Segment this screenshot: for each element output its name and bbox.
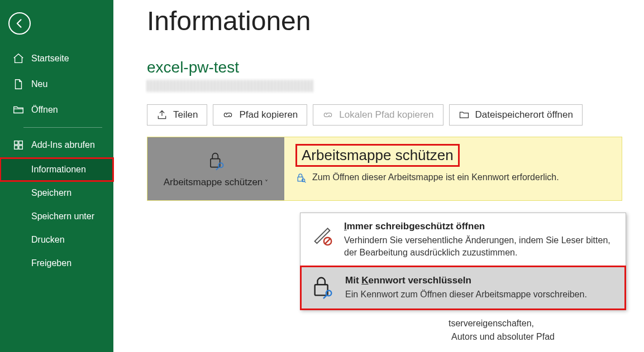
- open-folder-icon: [12, 104, 25, 116]
- menu-item-desc: Verhindern Sie versehentliche Änderungen…: [344, 234, 617, 258]
- sidebar-item-label: Startseite: [31, 54, 69, 64]
- link-icon: [322, 109, 333, 120]
- protect-workbook-button[interactable]: Arbeitsmappe schützen˅: [147, 137, 284, 200]
- svg-rect-0: [15, 141, 18, 144]
- file-action-row: Teilen Pfad kopieren Lokalen Pfad kopier…: [147, 104, 644, 126]
- svg-rect-3: [19, 146, 22, 149]
- sidebar-item-print[interactable]: Drucken: [0, 228, 113, 252]
- sidebar-item-label: Speichern unter: [31, 211, 94, 221]
- sidebar-item-save[interactable]: Speichern: [0, 181, 113, 205]
- protect-dropdown-menu: Immer schreibgeschützt öffnen Verhindern…: [300, 213, 626, 310]
- addins-icon: [12, 139, 25, 151]
- svg-rect-1: [19, 141, 22, 144]
- button-label: Teilen: [173, 109, 198, 120]
- file-path-redacted: [147, 80, 314, 92]
- open-location-button[interactable]: Dateispeicherort öffnen: [449, 104, 583, 126]
- sidebar-item-label: Speichern: [31, 188, 71, 198]
- menu-item-title: Mit Kennwort verschlüsseln: [345, 275, 587, 286]
- protect-heading: Arbeitsmappe schützen: [295, 144, 460, 167]
- copy-path-button[interactable]: Pfad kopieren: [213, 104, 307, 126]
- sidebar-item-label: Informationen: [31, 165, 86, 175]
- menu-item-encrypt-password[interactable]: Mit Kennwort verschlüsseln Ein Kennwort …: [300, 266, 626, 310]
- sidebar-item-label: Add-Ins abrufen: [31, 140, 95, 150]
- new-file-icon: [12, 78, 25, 90]
- sidebar-item-info[interactable]: Informationen: [0, 158, 113, 181]
- link-icon: [222, 109, 233, 120]
- home-icon: [12, 52, 25, 65]
- open-folder-icon: [459, 109, 470, 120]
- menu-item-desc: Ein Kennwort zum Öffnen dieser Arbeitsma…: [345, 288, 587, 301]
- button-label: Dateispeicherort öffnen: [475, 109, 573, 120]
- protect-workbook-panel: Arbeitsmappe schützen˅ Arbeitsmappe schü…: [147, 137, 622, 201]
- sidebar-item-home[interactable]: Startseite: [0, 46, 113, 71]
- page-title: Informationen: [147, 6, 644, 36]
- menu-item-readonly[interactable]: Immer schreibgeschützt öffnen Verhindern…: [300, 213, 626, 266]
- share-button[interactable]: Teilen: [147, 104, 207, 126]
- button-label: Lokalen Pfad kopieren: [339, 109, 433, 120]
- button-label: Pfad kopieren: [239, 109, 298, 120]
- sidebar-item-saveas[interactable]: Speichern unter: [0, 205, 113, 228]
- sidebar-item-new[interactable]: Neu: [0, 71, 113, 97]
- main-content: Informationen excel-pw-test Teilen Pfad …: [113, 0, 644, 352]
- lock-search-icon: [295, 172, 307, 184]
- svg-point-5: [218, 163, 223, 167]
- share-icon: [156, 109, 168, 120]
- lock-key-icon: [205, 150, 227, 172]
- bg-text-line: Autors und absoluter Pfad: [451, 330, 555, 343]
- protect-subtitle: Zum Öffnen dieser Arbeitsmappe ist ein K…: [312, 172, 559, 182]
- divider: [23, 127, 102, 128]
- readonly-pencil-icon: [309, 221, 335, 247]
- back-button[interactable]: [8, 12, 31, 35]
- sidebar-item-label: Freigeben: [31, 258, 71, 268]
- sidebar-item-addins[interactable]: Add-Ins abrufen: [0, 132, 113, 158]
- svg-point-10: [326, 291, 332, 296]
- protect-button-label: Arbeitsmappe schützen˅: [164, 176, 269, 188]
- sidebar-item-label: Öffnen: [31, 105, 58, 115]
- sidebar-item-label: Neu: [31, 79, 47, 89]
- lock-key-icon: [311, 275, 336, 301]
- menu-item-title: Immer schreibgeschützt öffnen: [344, 221, 617, 232]
- copy-local-path-button: Lokalen Pfad kopieren: [313, 104, 443, 126]
- sidebar-item-label: Drucken: [31, 235, 65, 245]
- bg-text-line: tservereigenschaften,: [449, 317, 534, 330]
- file-name: excel-pw-test: [147, 59, 644, 76]
- sidebar-item-share[interactable]: Freigeben: [0, 252, 113, 275]
- sidebar-item-open[interactable]: Öffnen: [0, 97, 113, 123]
- svg-rect-2: [15, 146, 18, 149]
- backstage-sidebar: Startseite Neu Öffnen Add-Ins abrufen In…: [0, 0, 113, 352]
